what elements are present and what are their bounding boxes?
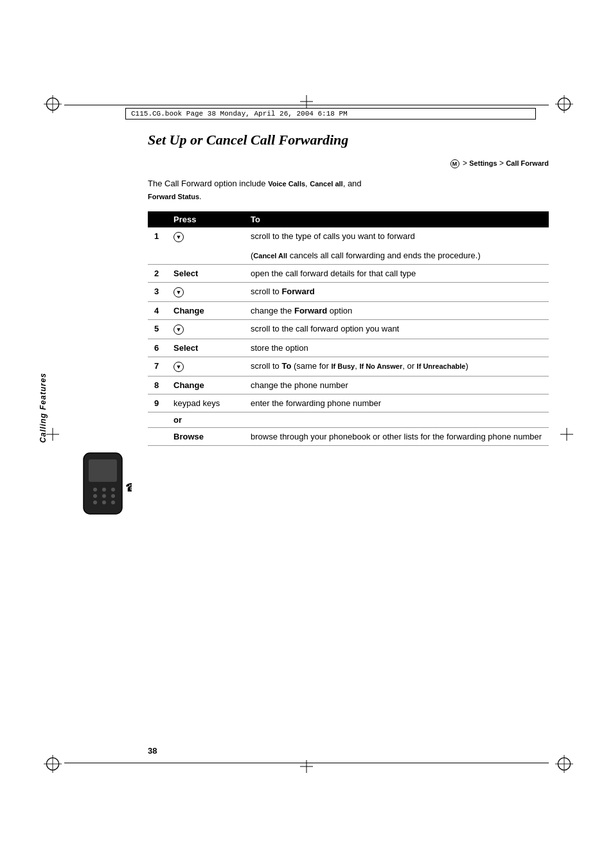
svg-point-27 [111, 494, 115, 498]
table-row: 9 keypad keys enter the forwarding phone… [148, 394, 549, 412]
page-number: 38 [148, 746, 157, 756]
reg-mark-tr [555, 95, 573, 113]
menu-path: M > Settings > Call Forward [148, 159, 549, 168]
table-row: 5 ▼ scroll to the call forward option yo… [148, 320, 549, 339]
step-num: 8 [148, 376, 167, 394]
reg-mark-bl [44, 755, 62, 773]
press-cell: Change [167, 302, 244, 320]
main-content: Set Up or Cancel Call Forwarding M > Set… [148, 132, 549, 446]
svg-text:☎: ☎ [125, 481, 132, 494]
press-cell: Change [167, 376, 244, 394]
crop-mark-left-center [46, 428, 59, 441]
page-title: Set Up or Cancel Call Forwarding [148, 132, 549, 148]
to-cell: browse through your phonebook or other l… [244, 428, 549, 446]
to-cell: change the phone number [244, 376, 549, 394]
intro-term1: Voice Calls [268, 180, 305, 188]
step-num: 9 [148, 394, 167, 412]
to-cell: change the Forward option [244, 302, 549, 320]
svg-point-29 [102, 500, 106, 504]
select-label2: Select [173, 343, 198, 353]
svg-point-24 [111, 488, 115, 492]
press-cell: ▼ [167, 357, 244, 376]
table-row: 7 ▼ scroll to To (same for If Busy, If N… [148, 357, 549, 376]
intro-text: The Call Forward option include Voice Ca… [148, 177, 549, 202]
press-cell: ▼ [167, 283, 244, 302]
reg-mark-tl [44, 95, 62, 113]
press-cell: Select [167, 265, 244, 283]
change-label2: Change [173, 380, 204, 390]
step-num: 5 [148, 320, 167, 339]
intro-text-before: The Call Forward option include [148, 179, 266, 188]
press-cell: keypad keys [167, 394, 244, 412]
col-header-to: To [244, 211, 549, 227]
if-busy-term: If Busy [331, 362, 355, 370]
table-row: 2 Select open the call forward details f… [148, 265, 549, 283]
step-num [148, 428, 167, 446]
cancel-all-term: Cancel All [253, 252, 287, 260]
to-cell: scroll to the call forward option you wa… [244, 320, 549, 339]
step-num: 2 [148, 265, 167, 283]
col-header-empty [148, 211, 167, 227]
crop-mark-bottom-center [300, 760, 313, 773]
header-text: C115.CG.book Page 38 Monday, April 26, 2… [131, 110, 348, 118]
if-unreachable-term: If Unreachable [417, 362, 466, 370]
reg-mark-br [555, 755, 573, 773]
to-cell: scroll to the type of calls you want to … [244, 227, 549, 265]
or-label: or [167, 412, 549, 428]
steps-table: Press To 1 ▼ scroll to the type of calls… [148, 211, 549, 446]
header-bar: C115.CG.book Page 38 Monday, April 26, 2… [125, 108, 536, 120]
rule-bottom [64, 763, 549, 763]
step-num: 7 [148, 357, 167, 376]
to-cell: store the option [244, 339, 549, 357]
intro-and: , and [343, 179, 362, 188]
step-num [148, 412, 167, 428]
table-row: 8 Change change the phone number [148, 376, 549, 394]
menu-item-settings: Settings [469, 159, 497, 167]
press-cell: ▼ [167, 320, 244, 339]
menu-separator2: > [499, 159, 506, 168]
svg-point-25 [93, 494, 97, 498]
step-num: 4 [148, 302, 167, 320]
nav-icon: ▼ [173, 362, 184, 372]
to-cell: scroll to Forward [244, 283, 549, 302]
press-cell: Browse [167, 428, 244, 446]
svg-point-26 [102, 494, 106, 498]
press-cell: Select [167, 339, 244, 357]
to-cell: open the call forward details for that c… [244, 265, 549, 283]
to-cell: scroll to To (same for If Busy, If No An… [244, 357, 549, 376]
table-row: 4 Change change the Forward option [148, 302, 549, 320]
table-row: Browse browse through your phonebook or … [148, 428, 549, 446]
svg-point-28 [93, 500, 97, 504]
nav-icon: ▼ [173, 232, 184, 242]
table-row: 3 ▼ scroll to Forward [148, 283, 549, 302]
table-row: 6 Select store the option [148, 339, 549, 357]
intro-term2: Cancel all [310, 180, 342, 188]
select-label: Select [173, 269, 198, 278]
menu-item-callforward: Call Forward [506, 159, 549, 167]
nav-icon: ▼ [173, 287, 184, 297]
browse-label: Browse [173, 432, 204, 441]
keypad-label: keypad keys [173, 398, 220, 408]
to-cell: enter the forwarding phone number [244, 394, 549, 412]
menu-separator1: > [463, 159, 469, 168]
step-num: 6 [148, 339, 167, 357]
phone-image: ☎ [77, 450, 132, 520]
intro-term3: Forward Status [148, 193, 199, 200]
svg-point-23 [102, 488, 106, 492]
forward-term2: Forward [294, 306, 327, 315]
nav-icon: ▼ [173, 324, 184, 335]
svg-point-22 [93, 488, 97, 492]
menu-icon: M [450, 159, 459, 168]
to-term: To [281, 361, 291, 371]
intro-period: . [199, 191, 202, 201]
svg-rect-21 [89, 459, 117, 482]
svg-point-30 [111, 500, 115, 504]
crop-mark-top-center [300, 95, 313, 108]
press-cell: ▼ [167, 227, 244, 265]
col-header-press: Press [167, 211, 244, 227]
sidebar-label: Calling Features [39, 373, 48, 443]
crop-mark-right-center [560, 428, 573, 441]
table-row: 1 ▼ scroll to the type of calls you want… [148, 227, 549, 265]
rule-top [64, 105, 549, 105]
step-num: 3 [148, 283, 167, 302]
